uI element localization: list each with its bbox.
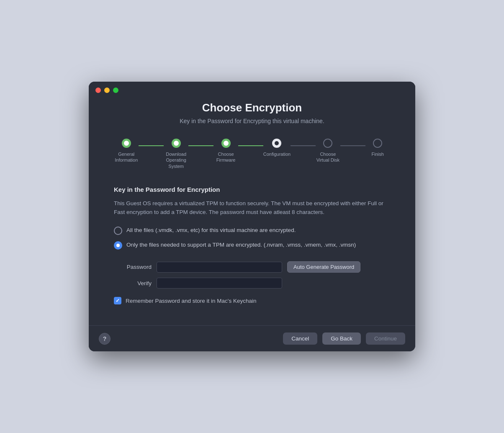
radio-full-circle[interactable] (114, 227, 122, 235)
cancel-button[interactable]: Cancel (283, 332, 317, 345)
minimize-button[interactable] (104, 88, 110, 93)
step-label-1: GeneralInformation (115, 151, 138, 163)
keychain-checkbox-label: Remember Password and store it in Mac's … (126, 298, 256, 304)
step-dot-1 (122, 139, 131, 148)
step-choose-virtual-disk: ChooseVirtual Disk (316, 139, 340, 163)
keychain-checkbox[interactable] (114, 297, 121, 304)
step-dot-5 (323, 139, 332, 148)
password-label: Password (114, 264, 152, 270)
section-body: This Guest OS requires a virtualized TPM… (114, 199, 390, 217)
verify-label: Verify (114, 280, 152, 286)
section-title: Key in the Password for Encryption (114, 186, 390, 193)
step-label-6: Finish (372, 151, 384, 157)
step-finish: Finish (365, 139, 390, 157)
radio-full-label: All the files (.vmdk, .vmx, etc) for thi… (126, 226, 296, 235)
keychain-checkbox-row[interactable]: Remember Password and store it in Mac's … (114, 297, 390, 304)
auto-generate-button[interactable]: Auto Generate Password (287, 261, 360, 273)
footer-left: ? (99, 333, 111, 345)
dialog-title: Choose Encryption (105, 101, 399, 114)
go-back-button[interactable]: Go Back (322, 332, 361, 345)
step-dot-4 (272, 139, 281, 148)
radio-option-full[interactable]: All the files (.vmdk, .vmx, etc) for thi… (114, 226, 390, 235)
step-dot-6 (373, 139, 382, 148)
password-input[interactable] (157, 262, 282, 273)
steps-container: GeneralInformation DownloadOperatingSyst… (89, 134, 415, 182)
maximize-button[interactable] (113, 88, 118, 93)
close-button[interactable] (95, 88, 101, 93)
password-row: Password Auto Generate Password (114, 261, 390, 273)
footer-right: Cancel Go Back Continue (283, 332, 405, 345)
continue-button[interactable]: Continue (366, 332, 405, 345)
help-button[interactable]: ? (99, 333, 111, 345)
step-general-information: GeneralInformation (114, 139, 139, 163)
connector-2 (188, 145, 213, 146)
connector-5 (340, 145, 365, 146)
radio-fast-circle[interactable] (114, 241, 122, 250)
step-label-5: ChooseVirtual Disk (316, 151, 339, 163)
radio-fast-label: Only the files needed to support a TPM a… (126, 241, 356, 249)
radio-group: All the files (.vmdk, .vmx, etc) for thi… (114, 226, 390, 250)
connector-3 (238, 145, 263, 146)
content-area: Key in the Password for Encryption This … (89, 182, 415, 317)
connector-4 (291, 145, 315, 146)
step-choose-firmware: ChooseFirmware (213, 139, 238, 163)
step-download-os: DownloadOperatingSystem (164, 139, 188, 169)
titlebar (89, 82, 415, 97)
window: Choose Encryption Key in the Password fo… (89, 82, 415, 351)
connector-1 (139, 145, 163, 146)
step-label-2: DownloadOperatingSystem (166, 151, 186, 169)
step-dot-3 (221, 139, 231, 148)
step-dot-2 (172, 139, 181, 148)
footer: ? Cancel Go Back Continue (89, 326, 415, 351)
verify-input[interactable] (157, 278, 282, 289)
step-label-3: ChooseFirmware (216, 151, 236, 163)
verify-row: Verify (114, 278, 390, 289)
step-configuration: Configuration (263, 139, 291, 157)
radio-option-fast[interactable]: Only the files needed to support a TPM a… (114, 241, 390, 250)
dialog-subtitle: Key in the Password for Encrypting this … (105, 118, 399, 124)
header: Choose Encryption Key in the Password fo… (89, 97, 415, 134)
step-label-4: Configuration (263, 151, 291, 157)
